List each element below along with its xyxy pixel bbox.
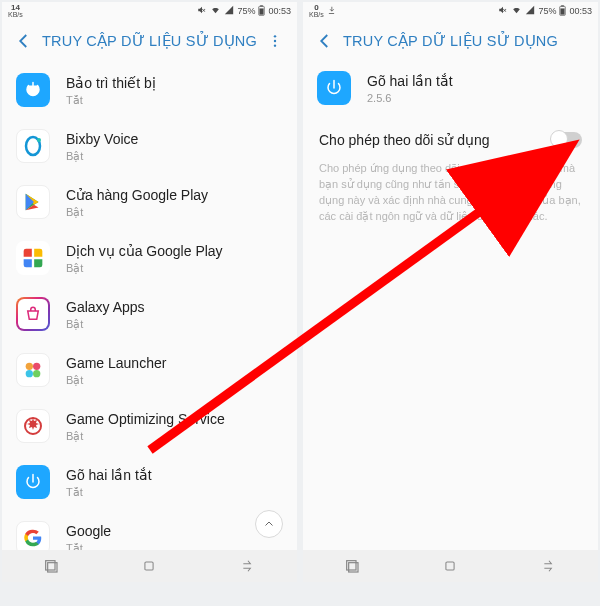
list-item[interactable]: GoogleTắt [2, 510, 297, 550]
nav-home[interactable] [430, 559, 470, 573]
list-item[interactable]: Game LauncherBật [2, 342, 297, 398]
overflow-menu[interactable] [263, 29, 287, 53]
app-name: Gõ hai lần tắt [66, 466, 152, 484]
list-item[interactable]: Dịch vụ của Google PlayBật [2, 230, 297, 286]
battery-icon [559, 5, 566, 18]
svg-rect-15 [145, 562, 153, 570]
game-launcher-icon [16, 353, 50, 387]
svg-point-11 [33, 370, 40, 377]
play-store-icon [16, 185, 50, 219]
app-state: Bật [66, 429, 225, 443]
toggle-label: Cho phép theo dõi sử dụng [319, 132, 490, 148]
game-optimizing-icon [16, 409, 50, 443]
app-state: Bật [66, 261, 223, 275]
status-bar: 14KB/s 75% 00:53 [2, 2, 297, 20]
phone-right: 0KB/s 75% 00:53 TRUY CẬP DỮ LIỆU SỬ DỤNG [303, 2, 598, 582]
net-speed: 0KB/s [309, 4, 324, 18]
app-name: Game Launcher [66, 354, 166, 372]
power-icon [16, 73, 50, 107]
status-bar: 0KB/s 75% 00:53 [303, 2, 598, 20]
clock: 00:53 [569, 6, 592, 16]
svg-rect-18 [561, 8, 565, 14]
app-name: Google [66, 522, 111, 540]
nav-recents[interactable] [332, 558, 372, 574]
power-icon [317, 71, 351, 105]
list-item[interactable]: Bixby VoiceBật [2, 118, 297, 174]
list-item[interactable]: Cửa hàng Google PlayBật [2, 174, 297, 230]
svg-point-4 [274, 40, 276, 42]
nav-back[interactable] [228, 559, 268, 573]
svg-point-9 [33, 363, 40, 370]
mute-icon [197, 5, 207, 17]
battery-text: 75% [237, 6, 255, 16]
page-title: TRUY CẬP DỮ LIỆU SỬ DỤNG [42, 33, 263, 49]
svg-point-10 [26, 370, 33, 377]
clock: 00:53 [268, 6, 291, 16]
back-button[interactable] [313, 29, 337, 53]
nav-recents[interactable] [31, 558, 71, 574]
detail-body: Gõ hai lần tắt 2.5.6 Cho phép theo dõi s… [303, 62, 598, 550]
app-state: Bật [66, 149, 138, 163]
app-state: Bật [66, 205, 208, 219]
app-state: Bật [66, 317, 145, 331]
svg-point-3 [274, 35, 276, 37]
battery-icon [258, 5, 265, 18]
app-name: Galaxy Apps [66, 298, 145, 316]
svg-point-7 [37, 138, 41, 142]
app-name: Cửa hàng Google Play [66, 186, 208, 204]
list-item[interactable]: Game Optimizing ServiceBật [2, 398, 297, 454]
net-speed: 14KB/s [8, 4, 23, 18]
phone-left: 14KB/s 75% 00:53 [2, 2, 297, 582]
svg-rect-17 [562, 5, 565, 6]
app-name: Dịch vụ của Google Play [66, 242, 223, 260]
nav-back[interactable] [529, 559, 569, 573]
mute-icon [498, 5, 508, 17]
svg-rect-2 [260, 8, 264, 14]
navigation-bar [2, 550, 297, 582]
header: TRUY CẬP DỮ LIỆU SỬ DỤNG [303, 20, 598, 62]
cell-icon [224, 5, 234, 17]
app-state: Bật [66, 373, 166, 387]
app-name: Bảo trì thiết bị [66, 74, 156, 92]
app-name: Gõ hai lần tắt [367, 72, 453, 90]
nav-home[interactable] [129, 559, 169, 573]
google-icon [16, 521, 50, 550]
svg-rect-1 [261, 5, 264, 6]
app-state: Tắt [66, 541, 111, 551]
header: TRUY CẬP DỮ LIỆU SỬ DỤNG [2, 20, 297, 62]
list-item[interactable]: Gõ hai lần tắtTắt [2, 454, 297, 510]
play-services-icon [16, 241, 50, 275]
app-version: 2.5.6 [367, 91, 453, 105]
svg-point-8 [26, 363, 33, 370]
bixby-icon [16, 129, 50, 163]
galaxy-apps-icon [16, 297, 50, 331]
svg-point-5 [274, 44, 276, 46]
app-header-row: Gõ hai lần tắt 2.5.6 [303, 62, 598, 118]
wifi-icon [210, 5, 221, 17]
list-item[interactable]: Bảo trì thiết bịTắt [2, 62, 297, 118]
app-name: Bixby Voice [66, 130, 138, 148]
usage-toggle-row[interactable]: Cho phép theo dõi sử dụng [303, 118, 598, 158]
svg-rect-21 [446, 562, 454, 570]
app-state: Tắt [66, 93, 156, 107]
app-state: Tắt [66, 485, 152, 499]
scroll-top-button[interactable] [255, 510, 283, 538]
download-icon [327, 5, 336, 17]
list-item[interactable]: Galaxy AppsBật [2, 286, 297, 342]
wifi-icon [511, 5, 522, 17]
power-icon [16, 465, 50, 499]
page-title: TRUY CẬP DỮ LIỆU SỬ DỤNG [343, 33, 588, 49]
back-button[interactable] [12, 29, 36, 53]
app-list: Bảo trì thiết bịTắt Bixby VoiceBật Cửa h… [2, 62, 297, 550]
battery-text: 75% [538, 6, 556, 16]
cell-icon [525, 5, 535, 17]
navigation-bar [303, 550, 598, 582]
app-name: Game Optimizing Service [66, 410, 225, 428]
toggle-description: Cho phép ứng dụng theo dõi các ứng dụng … [303, 158, 598, 224]
usage-toggle[interactable] [552, 132, 582, 148]
